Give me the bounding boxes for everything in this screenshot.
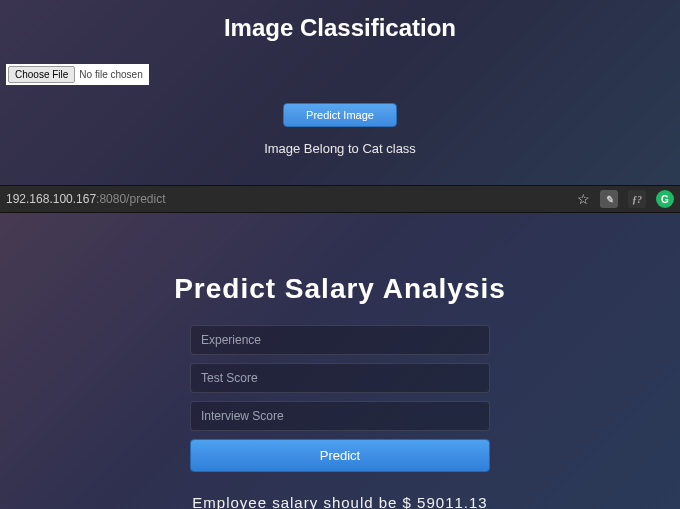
predict-image-button[interactable]: Predict Image (283, 103, 397, 127)
salary-analysis-panel: Predict Salary Analysis Predict Employee… (0, 213, 680, 509)
file-status-text: No file chosen (75, 69, 146, 80)
url-host: 192.168.100.167 (6, 192, 96, 206)
salary-result: Employee salary should be $ 59011.13 (192, 494, 487, 509)
interview-score-input[interactable] (190, 401, 490, 431)
image-classification-panel: Image Classification Choose File No file… (0, 0, 680, 185)
choose-file-button[interactable]: Choose File (8, 66, 75, 83)
file-input-row: Choose File No file chosen (0, 60, 680, 89)
page-title-bottom: Predict Salary Analysis (174, 273, 506, 305)
bookmark-star-icon[interactable]: ☆ (577, 191, 590, 207)
url-port-path: :8080/predict (96, 192, 165, 206)
experience-input[interactable] (190, 325, 490, 355)
classification-result: Image Belong to Cat class (0, 141, 680, 156)
test-score-input[interactable] (190, 363, 490, 393)
browser-url-bar: 192.168.100.167:8080/predict ☆ ✎ ƒ? G (0, 185, 680, 213)
extension-icon-2[interactable]: ƒ? (628, 190, 646, 208)
page-title-top: Image Classification (0, 0, 680, 60)
url-text[interactable]: 192.168.100.167:8080/predict (6, 192, 569, 206)
grammarly-icon[interactable]: G (656, 190, 674, 208)
predict-salary-button[interactable]: Predict (190, 439, 490, 472)
extension-icon-1[interactable]: ✎ (600, 190, 618, 208)
